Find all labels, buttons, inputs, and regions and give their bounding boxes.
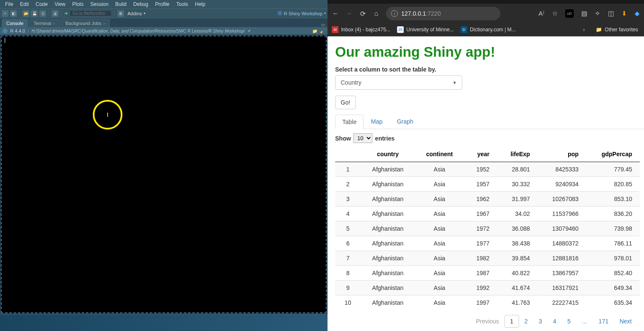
page-1[interactable]: 1 bbox=[505, 315, 519, 328]
bookmark-overflow-icon[interactable]: › bbox=[583, 27, 585, 33]
chevron-down-icon: ▼ bbox=[452, 80, 457, 85]
browser-tab-strip bbox=[328, 0, 644, 4]
main-toolbar: + ◧ 📂 💾 ⎙ 🖨 ➜ ⊞ Addins ▾ Ⓡ R Shiny Works… bbox=[0, 8, 328, 18]
table-cell: Afghanistan bbox=[361, 266, 415, 281]
other-favorites[interactable]: 📁Other favorites bbox=[596, 27, 638, 33]
page-…[interactable]: … bbox=[576, 315, 593, 328]
table-cell: 2 bbox=[335, 177, 361, 192]
entries-select[interactable]: 10 bbox=[353, 133, 372, 143]
menu-file[interactable]: File bbox=[2, 1, 17, 7]
address-bar[interactable]: i 127.0.0.1:7220 bbox=[386, 7, 500, 20]
table-cell: Afghanistan bbox=[361, 281, 415, 295]
table-cell: 786.11 bbox=[586, 236, 640, 251]
back-icon[interactable]: ← bbox=[332, 10, 339, 17]
table-cell: 8 bbox=[335, 266, 361, 281]
chevron-down-icon: ▾ bbox=[144, 11, 145, 15]
menu-view[interactable]: View bbox=[51, 1, 69, 7]
table-cell: Asia bbox=[415, 177, 464, 192]
working-directory[interactable]: H:/Shared drives/MAISRC/Quantification, … bbox=[32, 29, 245, 33]
table-row: 9AfghanistanAsia199241.67416317921649.34 bbox=[335, 281, 640, 295]
bookmark-dictionary[interactable]: DDictionary.com | M... bbox=[461, 26, 516, 33]
go-to-file-input[interactable] bbox=[69, 10, 112, 17]
r-version-label: R 4.4.0 bbox=[10, 28, 25, 33]
arrow-icon[interactable]: ⇗ bbox=[247, 29, 251, 33]
table-cell: 649.34 bbox=[586, 281, 640, 295]
table-cell: 22227415 bbox=[538, 295, 586, 310]
page-3[interactable]: 3 bbox=[533, 315, 547, 328]
addins-menu[interactable]: Addins ▾ bbox=[126, 11, 147, 16]
save-icon[interactable]: 💾 bbox=[31, 10, 38, 17]
close-icon[interactable]: × bbox=[103, 22, 105, 26]
tab-graph[interactable]: Graph bbox=[390, 114, 421, 129]
table-cell: Asia bbox=[415, 295, 464, 310]
bookmark-umn[interactable]: 25University of Minne... bbox=[397, 26, 454, 33]
split-screen-icon[interactable]: ◫ bbox=[608, 10, 614, 17]
project-dropdown[interactable]: Ⓡ R Shiny Workshop ▾ bbox=[278, 10, 326, 17]
console-body[interactable]: | I bbox=[1, 36, 327, 313]
menu-debug[interactable]: Debug bbox=[130, 1, 152, 7]
favorite-icon[interactable]: ☆ bbox=[552, 10, 558, 17]
menu-session[interactable]: Session bbox=[87, 1, 112, 7]
menu-profile[interactable]: Profile bbox=[152, 1, 173, 7]
menu-help[interactable]: Help bbox=[192, 1, 209, 7]
table-cell: 739.98 bbox=[586, 221, 640, 236]
read-aloud-icon[interactable]: A⁾ bbox=[539, 10, 544, 17]
downloads-icon[interactable]: ⬇ bbox=[622, 10, 627, 17]
page-5[interactable]: 5 bbox=[562, 315, 576, 328]
close-icon[interactable]: × bbox=[53, 22, 55, 26]
menu-tools[interactable]: Tools bbox=[173, 1, 192, 7]
ublock-icon[interactable]: uD bbox=[565, 9, 574, 18]
tab-console[interactable]: Console bbox=[2, 19, 28, 27]
col-gdpPercap[interactable]: gdpPercap bbox=[586, 146, 640, 162]
open-file-icon[interactable]: 📂 bbox=[22, 10, 29, 17]
table-row: 2AfghanistanAsia195730.3329240934820.85 bbox=[335, 177, 640, 192]
col-continent[interactable]: continent bbox=[415, 146, 464, 162]
page-171[interactable]: 171 bbox=[593, 315, 614, 328]
menu-code[interactable]: Code bbox=[32, 1, 51, 7]
col-pop[interactable]: pop bbox=[538, 146, 586, 162]
tab-map[interactable]: Map bbox=[364, 114, 389, 129]
tab-table[interactable]: Table bbox=[335, 115, 364, 129]
print-icon[interactable]: 🖨 bbox=[52, 10, 58, 17]
page-numbers: 12345…171 bbox=[505, 318, 614, 325]
page-previous[interactable]: Previous bbox=[470, 315, 504, 328]
col-country[interactable]: country bbox=[361, 146, 415, 162]
table-cell: 5 bbox=[335, 221, 361, 236]
reading-list-icon[interactable]: ▤ bbox=[581, 10, 587, 17]
menu-build[interactable]: Build bbox=[112, 1, 130, 7]
divider bbox=[49, 11, 49, 17]
bookmark-inbox[interactable]: MInbox (4) - bajcz475... bbox=[332, 26, 390, 33]
site-info-icon[interactable]: i bbox=[391, 10, 398, 17]
tab-terminal[interactable]: Terminal× bbox=[29, 19, 60, 27]
sort-select[interactable]: Country ▼ bbox=[335, 75, 462, 90]
minimize-pane-icon[interactable]: ▭ bbox=[321, 22, 325, 27]
clear-console-icon[interactable]: 🧹 bbox=[320, 28, 325, 33]
page-2[interactable]: 2 bbox=[519, 315, 533, 328]
new-project-icon[interactable]: ◧ bbox=[10, 10, 17, 17]
folder-icon[interactable]: 📁 bbox=[312, 28, 317, 33]
home-icon[interactable]: ⌂ bbox=[372, 10, 380, 17]
data-table: countrycontinentyearlifeExppopgdpPercap … bbox=[335, 146, 640, 310]
table-cell: 13079460 bbox=[538, 221, 586, 236]
col-lifeExp[interactable]: lifeExp bbox=[497, 146, 538, 162]
extensions-icon[interactable]: ✧ bbox=[595, 10, 600, 17]
table-cell: Asia bbox=[415, 192, 464, 207]
table-row: 3AfghanistanAsia196231.99710267083853.10 bbox=[335, 192, 640, 207]
page-4[interactable]: 4 bbox=[547, 315, 562, 328]
url-text: 127.0.0.1:7220 bbox=[401, 10, 441, 17]
save-all-icon[interactable]: ⎙ bbox=[39, 10, 46, 17]
go-button[interactable]: Go! bbox=[335, 96, 356, 109]
menu-edit[interactable]: Edit bbox=[17, 1, 32, 7]
refresh-icon[interactable]: ⟳ bbox=[359, 10, 366, 17]
col-year[interactable]: year bbox=[464, 146, 497, 162]
page-title: Our amazing Shiny app! bbox=[335, 44, 644, 60]
new-file-icon[interactable]: + bbox=[2, 10, 8, 17]
page-next[interactable]: Next bbox=[614, 315, 637, 328]
col-index[interactable] bbox=[335, 146, 361, 162]
table-cell: 1977 bbox=[464, 236, 497, 251]
tab-background-jobs[interactable]: Background Jobs× bbox=[61, 19, 110, 27]
grid-icon[interactable]: ⊞ bbox=[117, 10, 124, 17]
table-cell: 1972 bbox=[464, 221, 497, 236]
menu-plots[interactable]: Plots bbox=[69, 1, 87, 7]
copilot-icon[interactable]: ◆ bbox=[635, 10, 640, 17]
